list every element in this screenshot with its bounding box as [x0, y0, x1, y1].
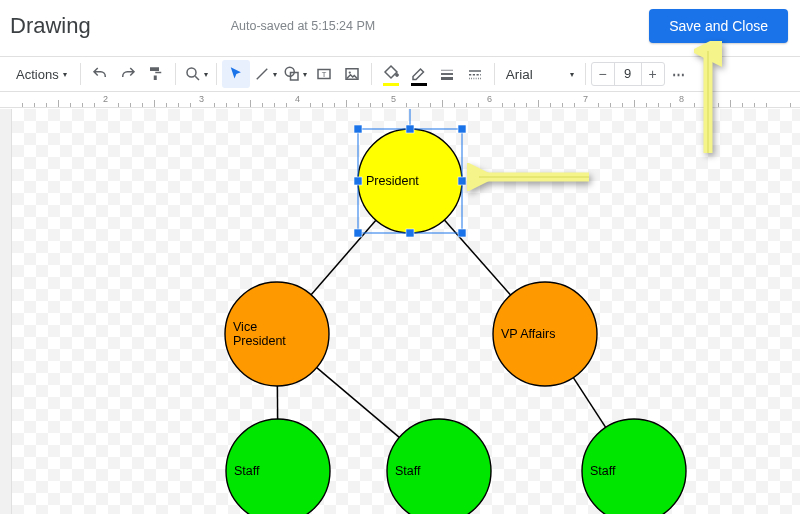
selection-handle[interactable]: [354, 229, 362, 237]
shape-icon: [283, 65, 301, 83]
undo-button[interactable]: [86, 60, 114, 88]
font-size-value[interactable]: 9: [614, 63, 642, 85]
org-node-label: Staff: [234, 464, 260, 478]
fill-color-button[interactable]: [377, 60, 405, 88]
border-dash-icon: [466, 65, 484, 83]
border-dash-button[interactable]: [461, 60, 489, 88]
font-family-label: Arial: [506, 67, 533, 82]
org-node-label: Staff: [395, 464, 421, 478]
textbox-icon: T: [315, 65, 333, 83]
selection-handle[interactable]: [458, 125, 466, 133]
org-node-vp[interactable]: VicePresident: [225, 282, 329, 386]
save-and-close-button[interactable]: Save and Close: [649, 9, 788, 43]
font-size-decrease-button[interactable]: −: [592, 63, 614, 85]
border-weight-button[interactable]: [433, 60, 461, 88]
border-color-icon: [410, 63, 428, 86]
svg-line-2: [256, 69, 267, 80]
autosave-status: Auto-saved at 5:15:24 PM: [231, 19, 376, 33]
more-options-button[interactable]: ⋯: [665, 60, 693, 88]
image-button[interactable]: [338, 60, 366, 88]
paint-format-button[interactable]: [142, 60, 170, 88]
svg-line-1: [195, 76, 199, 80]
selection-handle[interactable]: [406, 125, 414, 133]
org-node-label: Vice: [233, 320, 257, 334]
cursor-icon: [227, 65, 245, 83]
paint-roller-icon: [147, 65, 165, 83]
toolbar: Actions ▾ ▾ ▾ ▾ T: [0, 56, 800, 92]
line-icon: [253, 65, 271, 83]
org-edge[interactable]: [311, 220, 376, 295]
annotation-arrow-to-save: [694, 41, 722, 159]
org-node-staff3[interactable]: Staff: [582, 419, 686, 514]
shape-tool-button[interactable]: ▾: [280, 60, 310, 88]
selection-handle[interactable]: [458, 177, 466, 185]
select-tool-button[interactable]: [222, 60, 250, 88]
line-tool-button[interactable]: ▾: [250, 60, 280, 88]
separator: [175, 63, 176, 85]
org-node-vpaffairs[interactable]: VP Affairs: [493, 282, 597, 386]
actions-menu-button[interactable]: Actions ▾: [8, 60, 75, 88]
font-family-select[interactable]: Arial ▾: [500, 60, 580, 88]
org-node-staff1[interactable]: Staff: [226, 419, 330, 514]
svg-text:T: T: [321, 70, 326, 79]
redo-icon: [119, 65, 137, 83]
text-box-button[interactable]: T: [310, 60, 338, 88]
image-icon: [343, 65, 361, 83]
separator: [494, 63, 495, 85]
zoom-icon: [184, 65, 202, 83]
fill-color-swatch: [383, 83, 399, 86]
more-icon: ⋯: [672, 67, 686, 82]
annotation-arrow-to-president: [467, 163, 597, 191]
separator: [80, 63, 81, 85]
horizontal-ruler: 2345678: [0, 92, 800, 108]
org-node-staff2[interactable]: Staff: [387, 419, 491, 514]
org-node-label: Staff: [590, 464, 616, 478]
separator: [585, 63, 586, 85]
separator: [216, 63, 217, 85]
canvas-left-gutter: [0, 109, 12, 514]
fill-color-icon: [382, 63, 400, 86]
org-edge[interactable]: [573, 378, 605, 428]
org-node-label: President: [366, 174, 419, 188]
page-title: Drawing: [10, 13, 91, 39]
chevron-down-icon: ▾: [204, 70, 208, 79]
font-size-increase-button[interactable]: +: [642, 63, 664, 85]
selection-handle[interactable]: [406, 229, 414, 237]
redo-button[interactable]: [114, 60, 142, 88]
org-node-label: VP Affairs: [501, 327, 555, 341]
actions-label: Actions: [16, 67, 59, 82]
selection-handle[interactable]: [458, 229, 466, 237]
chevron-down-icon: ▾: [63, 70, 67, 79]
org-edge[interactable]: [444, 220, 510, 295]
org-node-president[interactable]: President: [358, 129, 462, 233]
svg-point-8: [348, 71, 350, 73]
border-weight-icon: [438, 65, 456, 83]
zoom-button[interactable]: ▾: [181, 60, 211, 88]
svg-point-0: [187, 68, 196, 77]
selection-handle[interactable]: [354, 177, 362, 185]
undo-icon: [91, 65, 109, 83]
drawing-canvas[interactable]: PresidentVicePresidentVP AffairsStaffSta…: [12, 109, 800, 514]
org-edge[interactable]: [317, 368, 400, 438]
svg-point-9: [395, 73, 398, 76]
border-color-swatch: [411, 83, 427, 86]
chevron-down-icon: ▾: [570, 70, 574, 79]
org-node-label: President: [233, 334, 286, 348]
separator: [371, 63, 372, 85]
chevron-down-icon: ▾: [303, 70, 307, 79]
font-size-stepper: − 9 +: [591, 62, 665, 86]
selection-handle[interactable]: [354, 125, 362, 133]
border-color-button[interactable]: [405, 60, 433, 88]
chevron-down-icon: ▾: [273, 70, 277, 79]
